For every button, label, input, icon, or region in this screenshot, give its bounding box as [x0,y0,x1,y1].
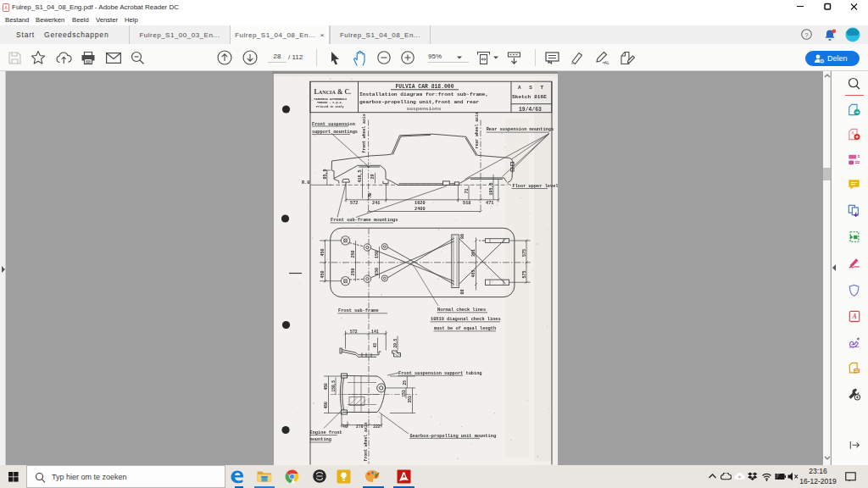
svg-text:450: 450 [320,270,326,278]
svg-text:FULVIA CAR 818.000: FULVIA CAR 818.000 [395,84,453,90]
svg-text:572: 572 [350,330,358,334]
svg-text:1620: 1620 [415,201,426,206]
svg-text:153: 153 [402,390,406,396]
svg-text:353: 353 [408,396,412,402]
svg-text:450: 450 [320,248,326,256]
svg-text:front wheel axis: front wheel axis [362,114,366,152]
svg-text:10X10 diagonal check lines: 10X10 diagonal check lines [431,317,501,322]
svg-text:450: 450 [324,383,328,391]
svg-text:40: 40 [342,424,348,429]
svg-text:195,5: 195,5 [489,182,494,195]
svg-text:88: 88 [460,289,465,294]
svg-text:150: 150 [375,268,380,275]
svg-text:gearbox-propelling unit,front: gearbox-propelling unit,front and rear [359,99,479,105]
svg-text:241: 241 [372,201,381,206]
svg-text:43: 43 [373,343,377,348]
svg-text:Printed in Italy: Printed in Italy [316,105,344,108]
svg-text:Gearbox-propelling unit mounti: Gearbox-propelling unit mounting [409,434,496,439]
svg-text:29: 29 [370,174,376,179]
svg-text:AL: AL [604,60,609,65]
svg-text:465: 465 [471,269,476,277]
svg-text:Floor upper level: Floor upper level [513,184,559,189]
svg-text:Rear suspension mountings: Rear suspension mountings [487,127,554,132]
svg-text:front wheel axis: front wheel axis [364,422,368,461]
svg-text:?: ? [804,31,809,39]
svg-text:95,5: 95,5 [323,169,328,179]
svg-text:141: 141 [371,330,379,334]
svg-text:575: 575 [522,270,527,278]
svg-text:Engine front: Engine front [310,430,342,435]
svg-text:450: 450 [324,402,328,409]
svg-text:support mountings: support mountings [312,130,358,135]
svg-text:mounting: mounting [310,437,331,442]
svg-text:88: 88 [460,234,465,239]
svg-text:Front sub-frame mountings: Front sub-frame mountings [331,218,398,223]
svg-text:322: 322 [373,424,381,429]
svg-text:Front sub-frame: Front sub-frame [338,308,379,313]
svg-text:A: A [851,131,854,136]
svg-text:471: 471 [486,201,494,206]
svg-text:suspensions: suspensions [407,106,442,112]
svg-text:250: 250 [351,268,356,275]
svg-text:A: A [4,5,8,10]
svg-text:LANCIA & C.: LANCIA & C. [314,88,352,96]
svg-text:must be of equal length: must be of equal length [434,326,496,331]
svg-text:A: A [851,313,856,320]
svg-text:150,5: 150,5 [331,380,336,392]
svg-text:Installation diagram for:front: Installation diagram for:front sub-frame… [359,92,488,97]
svg-text:19/4/63: 19/4/63 [519,107,542,113]
svg-text:150: 150 [375,251,380,258]
svg-text:250: 250 [351,250,356,258]
svg-text:71: 71 [465,188,470,193]
svg-text:Front suspension: Front suspension [312,122,355,127]
svg-text:Normal check lines: Normal check lines [437,308,486,313]
svg-text:20,5: 20,5 [393,338,398,347]
svg-text:rear wheel axis: rear wheel axis [475,112,479,148]
svg-text:A S T: A S T [518,85,546,91]
svg-text:361: 361 [471,249,476,257]
svg-text:Sketch 816E: Sketch 816E [512,94,547,100]
svg-text:518: 518 [463,201,471,206]
svg-text:25: 25 [403,380,407,385]
svg-text:70: 70 [368,192,373,197]
svg-text:2400: 2400 [415,207,426,212]
svg-text:572: 572 [350,201,359,206]
svg-text:270: 270 [356,424,364,429]
svg-text:575: 575 [522,249,527,257]
svg-text:R.0: R.0 [302,180,310,186]
svg-text:416,5: 416,5 [358,169,363,182]
svg-text:TORINO - S.p.A.: TORINO - S.p.A. [317,101,343,104]
svg-text:Front suspension support tubin: Front suspension support tubing [398,371,482,376]
